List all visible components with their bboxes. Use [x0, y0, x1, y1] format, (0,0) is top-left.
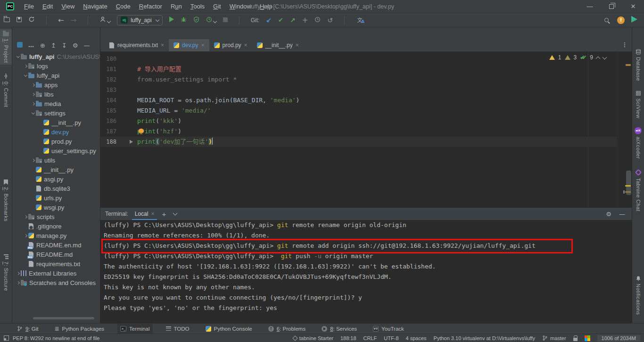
editor-tab-requirements-txt[interactable]: requirements.txt×	[104, 39, 169, 51]
tab-close-icon[interactable]: ×	[296, 42, 299, 48]
toolbar-button-clock[interactable]	[314, 16, 321, 24]
tool-button-aixcoder[interactable]: aiXcoder	[632, 125, 644, 161]
terminal-settings-icon[interactable]: ⚙	[606, 211, 611, 218]
menu-navigate[interactable]: Navigate	[79, 0, 111, 13]
editor-tab-prod-py[interactable]: prod.py×	[209, 39, 252, 51]
tab-close-icon[interactable]: ×	[161, 42, 164, 48]
tree-item-utils[interactable]: utils	[12, 155, 100, 165]
tool-button-6-problems[interactable]: !6: Problems	[265, 324, 308, 334]
tree-item-init-py[interactable]: __init__.py	[12, 118, 100, 127]
tree-item-scripts[interactable]: scripts	[12, 212, 100, 221]
status-4-spaces[interactable]: 4 spaces	[406, 335, 427, 341]
tree-item-urls-py[interactable]: urls.py	[12, 193, 100, 203]
chevron-right-icon[interactable]	[30, 84, 36, 86]
toolbar-button-bug[interactable]	[181, 16, 187, 24]
tree-item-prod-py[interactable]: prod.py	[12, 137, 100, 146]
status-lock[interactable]	[573, 335, 578, 341]
project-horizontal-scrollbar[interactable]	[33, 317, 94, 319]
tab-options-icon[interactable]: ⋮	[622, 41, 628, 48]
tool-button-8-services[interactable]: 8: Services	[319, 324, 360, 334]
previous-problem-icon[interactable]	[596, 56, 601, 61]
status-ms-squares[interactable]	[585, 335, 590, 341]
window-maximize-button[interactable]	[601, 0, 622, 13]
tree-item-dev-py[interactable]: dev.py	[12, 127, 100, 137]
toolbar-button-fwd[interactable]: →	[71, 16, 77, 24]
menu-git[interactable]: Git	[209, 0, 225, 13]
project-toolbar-collapse-all[interactable]: ↧	[62, 42, 67, 49]
chevron-down-icon[interactable]	[23, 75, 28, 76]
chevron-right-icon[interactable]	[30, 159, 36, 162]
tree-item-manage-py[interactable]: manage.py	[12, 231, 100, 240]
chevron-right-icon[interactable]	[23, 65, 28, 67]
new-terminal-session-icon[interactable]: +	[162, 210, 166, 218]
menu-refactor[interactable]: Refactor	[135, 0, 166, 13]
terminal-sessions-dropdown-icon[interactable]	[173, 211, 178, 216]
tool-button-python-packages[interactable]: ≣Python Packages	[52, 324, 107, 334]
tree-item-requirements-txt[interactable]: requirements.txt	[12, 259, 100, 269]
code-line-183[interactable]: 183	[100, 85, 617, 95]
tab-close-icon[interactable]: ×	[244, 42, 248, 48]
next-problem-icon[interactable]	[603, 55, 607, 59]
window-close-button[interactable]: ✕	[622, 0, 644, 13]
toolbar-button-update[interactable]: ↑	[617, 16, 625, 24]
code-line-188[interactable]: 188print('dev加了一句话')	[100, 137, 617, 147]
toolbar-button-pull[interactable]: ↙	[266, 16, 272, 24]
code-line-180[interactable]: 180	[100, 54, 617, 64]
tree-item-readme-en-md[interactable]: README.en.md	[12, 240, 100, 250]
menu-view[interactable]: View	[57, 0, 79, 13]
tree-item-settings[interactable]: settings	[12, 108, 100, 118]
terminal-tab-close-icon[interactable]: ×	[151, 211, 154, 217]
tool-button-notifications[interactable]: Notifications	[632, 274, 644, 317]
tool-button-1-project[interactable]: 1: Project	[0, 29, 12, 65]
tool-button-2-bookmarks[interactable]: 2: Bookmarks	[0, 178, 12, 223]
toolbar-button-commit-check[interactable]: ✔	[278, 16, 283, 24]
toolbar-button-coverage[interactable]	[193, 16, 199, 24]
tool-button-9-git[interactable]: 9: Git	[14, 324, 41, 334]
tree-item-media[interactable]: media	[12, 99, 100, 108]
tree-item-logs[interactable]: logs	[12, 61, 100, 71]
code-line-186[interactable]: 186print('kkk')	[100, 116, 617, 126]
project-toolbar-view-selector[interactable]	[17, 42, 23, 49]
status-1006-of-2034m[interactable]: 1006 of 2034M	[597, 335, 640, 342]
project-toolbar-minimize[interactable]: —	[83, 42, 90, 49]
tree-item-wsgi-py[interactable]: wsgi.py	[12, 203, 100, 212]
editor-tab-init-py[interactable]: __init__.py×	[252, 39, 304, 51]
code-line-187[interactable]: 187print('hzf')	[100, 126, 617, 137]
terminal-output[interactable]: (luffy) PS C:\Users\ASUS\Desktop\gg\luff…	[100, 220, 632, 323]
pycharm-logo-icon[interactable]: PC	[6, 2, 14, 10]
menu-edit[interactable]: Edit	[38, 0, 57, 13]
toolbar-button-back[interactable]: ←	[58, 16, 64, 24]
run-configuration-selector[interactable]: djluffy_api	[117, 15, 162, 25]
status-188-18[interactable]: 188:18	[340, 335, 356, 341]
toolbar-button-profiler[interactable]	[206, 16, 216, 24]
chevron-right-icon[interactable]	[15, 272, 21, 275]
project-toolbar-expand-all[interactable]: ↥	[51, 42, 56, 49]
toolbar-button-user[interactable]	[99, 16, 110, 24]
tool-button-7-structure[interactable]: 7: Structure	[0, 252, 12, 293]
toolbar-button-stop[interactable]	[223, 17, 228, 24]
tree-item-external-libraries[interactable]: External Libraries	[12, 269, 100, 278]
tool-button-python-console[interactable]: Python Console	[203, 324, 255, 334]
chevron-right-icon[interactable]	[30, 93, 36, 96]
chevron-down-icon[interactable]	[15, 56, 21, 57]
toolbar-button-play[interactable]	[169, 16, 174, 24]
terminal-tab-local[interactable]: Local ×	[133, 208, 157, 220]
status-tabnine-starter[interactable]: tabnine Starter	[293, 335, 333, 341]
project-toolbar-target[interactable]: ⊕	[40, 42, 45, 49]
tree-item-scratches-and-consoles[interactable]: Scratches and Consoles	[12, 278, 100, 287]
tree-item-user-settings-py[interactable]: user_settings.py	[12, 146, 100, 155]
toolbar-button-search[interactable]	[604, 17, 611, 24]
menu-run[interactable]: Run	[166, 0, 186, 13]
chevron-right-icon[interactable]	[23, 235, 28, 237]
inspections-widget[interactable]: 1 3 ✔✔ 9	[549, 54, 606, 61]
code-line-181[interactable]: 181# 导入用户配置	[100, 64, 617, 74]
project-toolbar-gear[interactable]: ⚙	[73, 42, 78, 49]
chevron-down-icon[interactable]	[30, 113, 36, 114]
tree-item-asgi-py[interactable]: asgi.py	[12, 174, 100, 184]
project-toolbar-ellipsis[interactable]: …	[28, 42, 34, 49]
chevron-right-icon[interactable]	[23, 216, 28, 218]
tool-window-switcher-icon[interactable]	[4, 335, 9, 341]
tool-button-terminal[interactable]: Terminal	[117, 324, 152, 334]
toolbar-button-push[interactable]: ↗	[290, 16, 296, 24]
tree-item-gitignore[interactable]: .gitignore	[12, 221, 100, 231]
